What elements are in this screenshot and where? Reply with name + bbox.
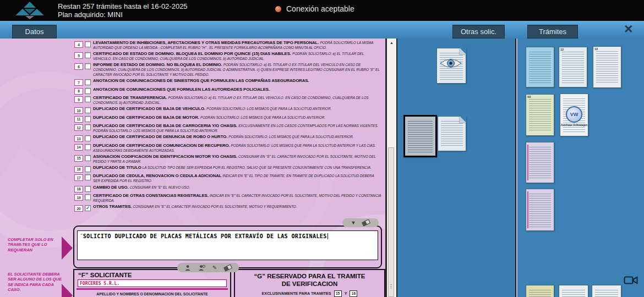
scrollbar-thumb[interactable] (388, 147, 394, 297)
section-f-solicitante: “F” SOLICITANTE FORCERES S.R.L. APELLIDO… (73, 269, 231, 297)
item-text: DUPLICADO DE CERTIFICADO DE BAJA DE VEHI… (93, 107, 331, 112)
tab-tramites[interactable]: Trámites (527, 25, 578, 38)
request-textarea[interactable]: "SOLICITO DUPLICADO DE PLACAS METÁLICAS … (77, 230, 378, 260)
item-text: OTROS TRAMITES. CONSIGNAR EN "E" EL CARA… (93, 205, 297, 210)
item-text: ANOTACION DE COMUNICACIONES DE SINIESTRO… (93, 79, 309, 84)
vertical-scrollbar[interactable]: ▲ (387, 38, 397, 297)
item-checkbox[interactable] (85, 124, 91, 130)
item-checkbox[interactable] (85, 135, 91, 141)
solicitante-input[interactable]: FORCERES S.R.L. (78, 279, 227, 287)
item-checkbox[interactable] (85, 107, 91, 113)
tramite-item-17: 17DUPLICADO DE CEDULA, RENOVACION O CEDU… (74, 174, 381, 184)
item-text: DUPLICADO DE CERTIFICADO DE BAJA DE MOTO… (93, 116, 325, 120)
item-checkbox[interactable] (85, 96, 91, 102)
item-number-box: 6 (74, 63, 83, 70)
item-text: CERTIFICADO DE TRANSFERENCIA. PODRÁN SOL… (93, 96, 381, 106)
app-window: Restan 257 trámites hasta el 16-02-2025 … (0, 0, 644, 297)
page-thumbnail-selected[interactable] (403, 115, 437, 157)
page-thumbnail[interactable] (438, 116, 466, 151)
item-checkbox[interactable] (85, 63, 91, 69)
tramite-item-18: 18CAMBIO DE USO. CONSIGNAR EN "E" EL NUE… (74, 185, 381, 193)
item-text: DUPLICADO DE TITULO LA SOLICITUD TIPO DE… (93, 166, 372, 170)
item-checkbox[interactable] (85, 166, 91, 172)
tramite-item-14: 14DUPLICADO DE CERTIFICADO DE COMUNICACI… (74, 144, 381, 153)
item-number-box: 9 (74, 96, 83, 103)
item-checkbox[interactable] (85, 52, 91, 58)
tramite-item-11: 11DUPLICADO DE CERTIFICADO DE BAJA DE MO… (74, 116, 381, 123)
tramite-item-8: 8ANOTACION DE COMUNICACIONES QUE FORMULE… (74, 87, 381, 95)
item-checkbox[interactable] (85, 41, 91, 47)
item-number-box: 10 (74, 107, 83, 114)
document-thumbnail[interactable] (559, 285, 588, 297)
thumbnail-text-lines (441, 121, 463, 147)
toolbar: Datos Otras solic. Trámites ✕ (0, 21, 644, 38)
thumbnail-text-lines (529, 52, 551, 84)
section-g-title: “G” RESERVADO PARA EL TRAMITE DE VERIFIC… (235, 272, 384, 288)
document-thumbnail[interactable] (526, 285, 554, 297)
item-text: CERTIFICADO DE OTRAS CONSTANCIAS REGISTR… (93, 194, 381, 204)
item-checkbox[interactable] (85, 144, 91, 150)
item-text: ANOTACION DE COMUNICACIONES QUE FORMULEN… (93, 87, 270, 92)
document-thumbnail[interactable] (592, 285, 621, 297)
person-icon[interactable] (184, 265, 191, 271)
document-stripe (527, 145, 528, 180)
vw-logo-icon: VW (566, 106, 582, 123)
close-icon[interactable]: ✕ (624, 23, 634, 36)
item-checkbox[interactable] (85, 88, 91, 94)
item-text: DUPLICADO DE CERTIFICADO DE BAJA DE CARR… (93, 124, 381, 134)
document-number-label: 12 (560, 48, 564, 51)
page-thumbnail[interactable] (436, 48, 466, 84)
dropdown-arrow-icon[interactable]: ▼ (351, 221, 356, 226)
item-text: LEVANTAMIENTO DE INHIBICIONES, AFECTACIO… (93, 41, 381, 51)
item-checkbox[interactable] (85, 174, 91, 180)
document-thumbnail[interactable]: VWAutohaus Volkswagen (560, 94, 588, 136)
item-checkbox[interactable] (85, 79, 91, 85)
item-text: ASIGNACION CODIFICACION DE IDENTIFICACIO… (93, 155, 381, 164)
thumbnail-text-lines (529, 147, 551, 179)
item-checkbox[interactable] (85, 194, 91, 200)
document-number-label: 03 (527, 95, 531, 98)
section-g-exclusive-line: EXCLUSIVAMENTE PARA TRAMITES 15 Y 16 (235, 290, 384, 297)
item-number-box: 14 (74, 144, 83, 151)
thumbnail-text-lines (529, 99, 551, 132)
item-number-box: 8 (74, 88, 83, 95)
item-number-box: 18 (74, 186, 83, 193)
item-number-box: 7 (74, 79, 83, 86)
scroll-up-icon[interactable]: ▲ (387, 38, 396, 47)
item-text: CAMBIO DE USO. CONSIGNAR EN "E" EL NUEVO… (93, 185, 190, 190)
tramite-item-4: 4LEVANTAMIENTO DE INHIBICIONES, AFECTACI… (74, 41, 381, 51)
connection-status-icon (275, 6, 281, 12)
scrollbar-grip (390, 284, 392, 289)
document-thumbnail[interactable]: 03 (526, 94, 554, 136)
item-checkbox[interactable] (85, 116, 91, 122)
item-number-box: 12 (74, 124, 83, 131)
tramite-item-13: 13DUPLICADO DE CERTIFICADO DE DENUNCIA D… (74, 135, 381, 142)
document-thumbnail[interactable]: 12 (559, 47, 587, 87)
tramite-item-16: 16DUPLICADO DE TITULO LA SOLICITUD TIPO … (74, 166, 381, 173)
tab-datos[interactable]: Datos (12, 25, 57, 38)
eraser-icon[interactable] (223, 264, 232, 271)
item-text: DUPLICADO DE CEDULA, RENOVACION O CEDULA… (93, 174, 381, 184)
item-checkbox[interactable] (85, 186, 91, 192)
item-checkbox[interactable] (85, 155, 91, 161)
tramite-item-7: 7ANOTACION DE COMUNICACIONES DE SINIESTR… (74, 79, 381, 86)
eye-photo-icon (439, 57, 462, 69)
item-number-box: 15 (74, 155, 83, 162)
video-camera-icon[interactable] (624, 276, 638, 285)
item-checkbox[interactable]: ✓ (85, 205, 91, 211)
margin-note-completar: COMPLETAR SOLO EN TRAMI-TES QUE LO REQUI… (8, 237, 66, 252)
person-history-icon[interactable] (198, 265, 205, 271)
document-thumbnail[interactable] (526, 47, 554, 87)
document-thumbnail[interactable] (526, 142, 554, 183)
document-thumbnail[interactable]: 13 (593, 46, 621, 88)
eraser-icon[interactable] (362, 219, 370, 226)
plan-text: Plan adquirido: MINI (58, 10, 188, 19)
pencil-icon[interactable]: ✎ (212, 265, 217, 271)
tab-otras-solicitudes[interactable]: Otras solic. (452, 25, 505, 38)
documents-panel: 121303VWAutohaus Volkswagen (517, 38, 644, 297)
document-number-label: 13 (594, 47, 598, 51)
document-thumbnail[interactable] (526, 189, 554, 231)
thumbnail-text-lines (562, 290, 585, 297)
item-number-box: 11 (74, 116, 83, 123)
section-f-title: “F” SOLICITANTE (78, 272, 230, 278)
